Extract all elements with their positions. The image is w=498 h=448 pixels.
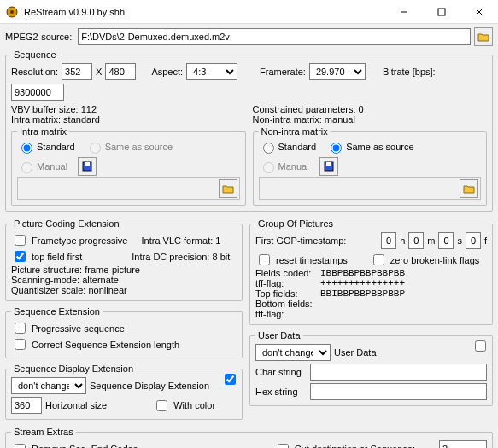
gop-group: Group Of Pictures First GOP-timestamp: h… — [249, 218, 493, 325]
intra-matrix-group: Intra matrix Standard Same as source Man… — [11, 126, 246, 206]
scan-mode: Scanning-mode: alternate — [11, 275, 237, 285]
userdata-select[interactable]: don't change — [255, 344, 331, 361]
sde-enable-check[interactable] — [225, 374, 236, 385]
im-standard-radio[interactable]: Standard — [17, 140, 75, 154]
nim-open-button[interactable] — [460, 179, 478, 198]
userdata-group: User Data don't change User Data Char st… — [249, 330, 493, 406]
sde-hsize-input[interactable] — [11, 397, 42, 414]
maximize-button[interactable] — [423, 0, 460, 24]
window-title: ReStream v0.9.0 by shh — [24, 7, 385, 17]
sde-label: Sequence Display Extension — [90, 381, 209, 391]
intra-matrix-legend: Intra matrix — [17, 126, 69, 137]
resolution-label: Resolution: — [11, 67, 58, 77]
minimize-button[interactable] — [385, 0, 423, 24]
im-same-radio: Same as source — [85, 140, 173, 154]
framerate-select[interactable]: 29.970 — [309, 63, 366, 80]
nim-manual-radio: Manual — [259, 160, 309, 173]
zero-broken-check[interactable]: zero broken-link flags — [370, 252, 480, 268]
nonintra-matrix-status: Non-intra matrix: manual — [253, 114, 488, 125]
extras-legend: Stream Extras — [11, 427, 76, 437]
progressive-check[interactable]: Progressive sequence — [11, 320, 237, 336]
gop-m-input[interactable] — [408, 232, 424, 249]
nim-same-radio[interactable]: Same as source — [326, 140, 413, 154]
nonintra-matrix-group: Non-intra matrix Standard Same as source… — [253, 126, 488, 206]
pic-structure: Picture structure: frame-picture — [11, 265, 237, 275]
fields-coded: IBBPBBPBBPBBPBB — [320, 268, 405, 278]
folder-open-icon — [477, 32, 489, 42]
pce-group: Picture Coding Extension Frametype progr… — [5, 218, 243, 301]
app-icon — [5, 5, 19, 19]
frametype-check[interactable]: Frametype progressive — [11, 232, 128, 248]
bitrate-input[interactable] — [11, 84, 64, 101]
topfields-value: BBIBBPBBPBBPBBP — [320, 288, 405, 299]
im-save-button[interactable] — [78, 157, 97, 176]
svg-rect-9 — [326, 162, 331, 166]
char-input[interactable] — [310, 364, 487, 381]
source-label: MPEG2-source: — [5, 32, 72, 42]
intra-matrix-status: Intra matrix: standard — [11, 114, 246, 125]
gop-first-label: First GOP-timestamp: — [255, 236, 346, 246]
gop-h-input[interactable] — [381, 232, 396, 249]
gop-legend: Group Of Pictures — [255, 218, 336, 229]
gop-s-input[interactable] — [438, 232, 454, 249]
framerate-label: Framerate: — [260, 67, 306, 77]
topfield-check[interactable]: top field first — [11, 248, 82, 265]
svg-point-1 — [10, 10, 14, 14]
res-w-input[interactable] — [62, 63, 92, 80]
res-x: X — [96, 67, 102, 77]
folder-open-icon — [463, 183, 475, 194]
sde-group: Sequence Display Extension don't change … — [5, 364, 243, 420]
floppy-icon — [324, 161, 334, 172]
sde-withcolor-check[interactable]: With color — [153, 398, 215, 414]
bottomfields-label: Bottom fields: — [255, 299, 317, 309]
cut-dest-check[interactable]: Cut destination at Sequence: — [274, 441, 415, 449]
cut-dest-input[interactable] — [439, 440, 487, 448]
gop-f-input[interactable] — [466, 232, 481, 249]
aspect-select[interactable]: 4:3 — [186, 63, 237, 80]
quant-scale: Quantisizer scale: nonlinear — [11, 285, 237, 295]
sequence-legend: Sequence — [11, 49, 59, 60]
im-open-button[interactable] — [219, 179, 237, 198]
tff-value: +++++++++++++++ — [320, 278, 405, 288]
seqext-group: Sequence Extension Progressive sequence … — [5, 306, 243, 358]
constrained-label: Constrained parameters: 0 — [253, 104, 488, 114]
nim-save-button[interactable] — [319, 157, 338, 176]
tff2-label: tff-flag: — [255, 309, 317, 319]
svg-rect-3 — [438, 9, 445, 15]
close-button[interactable] — [460, 0, 498, 24]
extras-group: Stream Extras Remove Seq. End Codes Cut … — [5, 427, 493, 448]
sequence-group: Sequence Resolution: X Aspect: 4:3 Frame… — [5, 49, 493, 212]
sde-select[interactable]: don't change — [11, 377, 86, 394]
remove-endcodes-check[interactable]: Remove Seq. End Codes — [11, 441, 138, 449]
sde-hsize-label: Horizontal size — [45, 400, 107, 410]
open-source-button[interactable] — [474, 27, 493, 46]
vbv-label: VBV buffer size: 112 — [11, 104, 246, 114]
fields-coded-label: Fields coded: — [255, 268, 317, 278]
bitrate-label: Bitrate [bps]: — [383, 67, 436, 77]
sde-legend: Sequence Display Extension — [11, 364, 136, 374]
nonintra-matrix-legend: Non-intra matrix — [259, 126, 331, 137]
seqext-legend: Sequence Extension — [11, 306, 103, 317]
tff-label: tff-flag: — [255, 278, 317, 288]
char-label: Char string — [255, 367, 307, 377]
svg-rect-7 — [85, 162, 90, 166]
hex-input[interactable] — [310, 383, 487, 400]
userdata-label: User Data — [334, 347, 377, 358]
window-titlebar: ReStream v0.9.0 by shh — [0, 0, 498, 24]
aspect-label: Aspect: — [151, 67, 183, 77]
nim-standard-radio[interactable]: Standard — [259, 140, 317, 154]
reset-ts-check[interactable]: reset timestamps — [255, 252, 348, 268]
floppy-icon — [82, 161, 92, 172]
correct-length-check[interactable]: Correct Sequence Extension length — [11, 336, 237, 352]
idc-label: Intra DC precision: 8 bit — [132, 252, 230, 262]
topfields-label: Top fields: — [255, 288, 317, 299]
userdata-legend: User Data — [255, 330, 303, 340]
source-input[interactable] — [78, 28, 471, 45]
userdata-enable-check[interactable] — [475, 340, 486, 352]
ivlc-label: Intra VLC format: 1 — [142, 236, 221, 246]
res-h-input[interactable] — [105, 63, 136, 80]
folder-open-icon — [222, 183, 234, 194]
pce-legend: Picture Coding Extension — [11, 218, 122, 229]
im-manual-radio: Manual — [17, 160, 67, 173]
hex-label: Hex string — [255, 387, 307, 397]
